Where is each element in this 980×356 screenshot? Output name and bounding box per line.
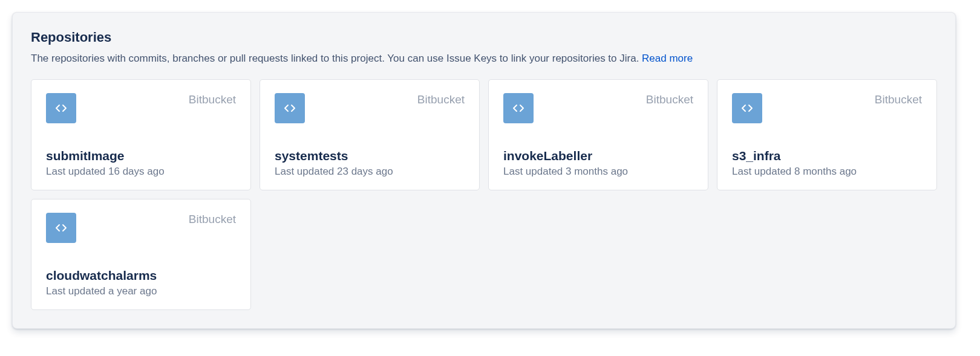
repository-updated: Last updated 3 months ago [503, 166, 693, 178]
card-header: Bitbucket [732, 93, 922, 123]
repositories-panel: Repositories The repositories with commi… [12, 12, 956, 329]
repository-card[interactable]: Bitbucket submitImage Last updated 16 da… [31, 79, 251, 190]
repository-updated: Last updated 23 days ago [275, 166, 465, 178]
code-icon [46, 93, 76, 123]
repository-name: submitImage [46, 149, 236, 163]
repository-card[interactable]: Bitbucket cloudwatchalarms Last updated … [31, 199, 251, 310]
provider-label: Bitbucket [189, 213, 236, 226]
repository-name: s3_infra [732, 149, 922, 163]
provider-label: Bitbucket [646, 93, 693, 106]
repository-name: cloudwatchalarms [46, 268, 236, 283]
repository-card[interactable]: Bitbucket invokeLabeller Last updated 3 … [488, 79, 708, 190]
repository-name: invokeLabeller [503, 149, 693, 163]
repository-name: systemtests [275, 149, 465, 163]
card-header: Bitbucket [46, 93, 236, 123]
repository-updated: Last updated 16 days ago [46, 166, 236, 178]
provider-label: Bitbucket [417, 93, 465, 106]
provider-label: Bitbucket [875, 93, 922, 106]
panel-description: The repositories with commits, branches … [31, 51, 937, 66]
repositories-grid: Bitbucket submitImage Last updated 16 da… [31, 79, 937, 310]
card-header: Bitbucket [275, 93, 465, 123]
panel-description-text: The repositories with commits, branches … [31, 53, 642, 64]
provider-label: Bitbucket [189, 93, 236, 106]
read-more-link[interactable]: Read more [642, 53, 693, 64]
card-header: Bitbucket [503, 93, 693, 123]
repository-updated: Last updated a year ago [46, 285, 236, 297]
panel-title: Repositories [31, 30, 937, 45]
code-icon [503, 93, 534, 123]
card-header: Bitbucket [46, 213, 236, 243]
code-icon [732, 93, 762, 123]
code-icon [275, 93, 305, 123]
repository-updated: Last updated 8 months ago [732, 166, 922, 178]
repository-card[interactable]: Bitbucket systemtests Last updated 23 da… [260, 79, 480, 190]
repository-card[interactable]: Bitbucket s3_infra Last updated 8 months… [717, 79, 937, 190]
code-icon [46, 213, 76, 243]
